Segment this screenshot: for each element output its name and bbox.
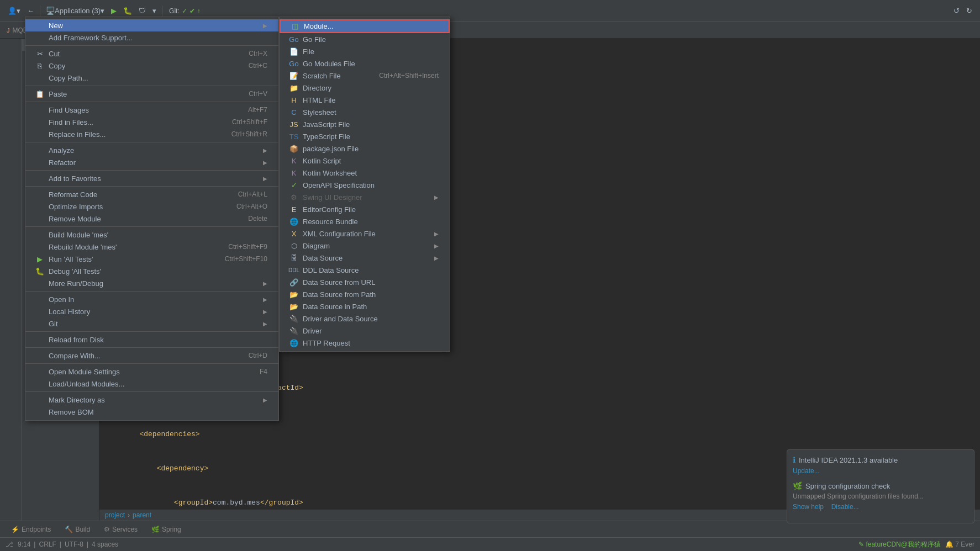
menu-remove-bom[interactable]: Remove BOM <box>25 406 278 418</box>
menu-find-usages[interactable]: Find Usages Alt+F7 <box>25 104 278 116</box>
menu-compare-label: Compare With... <box>49 352 238 360</box>
menu-find-files[interactable]: Find in Files... Ctrl+Shift+F <box>25 116 278 128</box>
profile-btn[interactable]: 👤▾ <box>4 5 24 17</box>
menu-item-openapi[interactable]: ✓ OpenAPI Specification <box>280 179 450 191</box>
menu-item-scratch[interactable]: 📝 Scratch File Ctrl+Alt+Shift+Insert <box>280 70 450 82</box>
notification-idea: ℹ IntelliJ IDEA 2021.1.3 available Updat… <box>793 455 968 475</box>
breadcrumb-project[interactable]: project <box>105 511 125 519</box>
menu-run-tests[interactable]: ▶ Run 'All Tests' Ctrl+Shift+F10 <box>25 253 278 265</box>
menu-analyze[interactable]: Analyze ▶ <box>25 144 278 156</box>
notification-showhelp-link[interactable]: Show help <box>793 503 824 511</box>
menu-optimize[interactable]: Optimize Imports Ctrl+Alt+O <box>25 200 278 213</box>
menu-mark-directory[interactable]: Mark Directory as ▶ <box>25 394 278 406</box>
menu-item-xmlconfig[interactable]: X XML Configuration File ▶ <box>280 227 450 240</box>
spring-notif-icon: 🌿 <box>793 481 802 490</box>
menu-item-file[interactable]: 📄 File <box>280 45 450 57</box>
notification-disable-link[interactable]: Disable... <box>831 503 859 511</box>
menu-item-datasource-path[interactable]: 📂 Data Source from Path <box>280 288 450 300</box>
menu-item-swing: ⚙ Swing UI Designer ▶ <box>280 191 450 203</box>
undo-btn[interactable]: ↺ <box>950 5 963 17</box>
menu-copy[interactable]: ⎘ Copy Ctrl+C <box>25 60 278 72</box>
menu-item-resourcebundle[interactable]: 🌐 Resource Bundle <box>280 215 450 227</box>
menu-paste[interactable]: 📋 Paste Ctrl+V <box>25 88 278 100</box>
menu-new-label: New <box>49 22 259 30</box>
notification-update-link[interactable]: Update... <box>793 467 820 475</box>
menu-item-datasource-inpath[interactable]: 📂 Data Source in Path <box>280 300 450 312</box>
menu-reformat[interactable]: Reformat Code Ctrl+Alt+L <box>25 188 278 200</box>
menu-mark-directory-label: Mark Directory as <box>49 396 259 404</box>
menu-item-stylesheet[interactable]: C Stylesheet <box>280 106 450 118</box>
menu-load-unload[interactable]: Load/Unload Modules... <box>25 378 278 390</box>
menu-add-framework[interactable]: Add Framework Support... <box>25 31 278 44</box>
context-menu-left: New ▶ Add Framework Support... ✂ Cut Ctr… <box>25 17 279 421</box>
menu-item-http[interactable]: 🌐 HTTP Request <box>280 337 450 349</box>
menu-reload[interactable]: Reload from Disk <box>25 333 278 346</box>
coverage-btn[interactable]: 🛡 <box>135 5 149 17</box>
menu-item-driver[interactable]: 🔌 Driver <box>280 325 450 337</box>
breadcrumb-parent[interactable]: parent <box>133 511 151 519</box>
redo-btn[interactable]: ↻ <box>963 5 976 17</box>
menu-local-history[interactable]: Local History ▶ <box>25 305 278 317</box>
menu-item-packagejson[interactable]: 📦 package.json File <box>280 142 450 155</box>
menu-item-gofile[interactable]: Go Go File <box>280 33 450 45</box>
menu-open-in[interactable]: Open In ▶ <box>25 293 278 305</box>
status-git-icon: ⎇ <box>6 541 13 548</box>
menu-copy-path[interactable]: Copy Path... <box>25 72 278 84</box>
run-config-btn[interactable]: 🖥️ Application (3) ▾ <box>43 5 108 17</box>
menu-debug-tests[interactable]: 🐛 Debug 'All Tests' <box>25 265 278 277</box>
menu-remove-module[interactable]: Remove Module Delete <box>25 213 278 225</box>
back-btn[interactable]: ← <box>24 5 38 17</box>
kotlin-script-icon: K <box>288 157 299 165</box>
menu-build-module-label: Build Module 'mes' <box>49 231 267 239</box>
run-btn[interactable]: ▶ <box>108 5 120 17</box>
menu-item-new[interactable]: New ▶ <box>25 19 278 31</box>
menu-gomodules-label: Go Modules File <box>303 60 439 68</box>
menu-item-ts[interactable]: TS TypeScript File <box>280 130 450 142</box>
menu-more-run[interactable]: More Run/Debug ▶ <box>25 277 278 289</box>
menu-rebuild-module[interactable]: Rebuild Module 'mes' Ctrl+Shift+F9 <box>25 241 278 253</box>
menu-item-datasource[interactable]: 🗄 Data Source ▶ <box>280 252 450 264</box>
menu-compare[interactable]: Compare With... Ctrl+D <box>25 349 278 362</box>
menu-scratch-shortcut: Ctrl+Alt+Shift+Insert <box>379 72 439 80</box>
menu-item-datasource-url[interactable]: 🔗 Data Source from URL <box>280 276 450 288</box>
context-menu-new: ◫ Module... Go Go File 📄 File Go Go Modu… <box>279 17 450 352</box>
menu-add-favorites[interactable]: Add to Favorites ▶ <box>25 172 278 184</box>
menu-refactor[interactable]: Refactor ▶ <box>25 156 278 168</box>
menu-module-settings[interactable]: Open Module Settings F4 <box>25 365 278 378</box>
menu-build-module[interactable]: Build Module 'mes' <box>25 229 278 241</box>
tab-endpoints[interactable]: ⚡ Endpoints <box>6 523 56 536</box>
js-icon: JS <box>288 120 299 129</box>
more-run-btn[interactable]: ▾ <box>149 5 160 17</box>
menu-add-framework-label: Add Framework Support... <box>49 34 267 42</box>
menu-item-js[interactable]: JS JavaScript File <box>280 118 450 130</box>
menu-item-html[interactable]: H HTML File <box>280 94 450 106</box>
menu-cut[interactable]: ✂ Cut Ctrl+X <box>25 47 278 60</box>
menu-find-files-label: Find in Files... <box>49 118 221 126</box>
menu-refactor-label: Refactor <box>49 158 259 167</box>
notification-spring-body: Unmapped Spring configuration files foun… <box>793 492 968 500</box>
menu-scratch-label: Scratch File <box>303 72 368 80</box>
menu-item-gomodules[interactable]: Go Go Modules File <box>280 57 450 70</box>
menu-item-ddl[interactable]: DDL DDL Data Source <box>280 264 450 276</box>
menu-optimize-label: Optimize Imports <box>49 203 225 211</box>
menu-git[interactable]: Git ▶ <box>25 317 278 330</box>
menu-item-driver-datasource[interactable]: 🔌 Driver and Data Source <box>280 312 450 325</box>
menu-more-run-arrow: ▶ <box>263 280 267 287</box>
tab-services[interactable]: ⚙ Services <box>98 523 143 536</box>
menu-item-kotlinscript[interactable]: K Kotlin Script <box>280 155 450 167</box>
tab-build[interactable]: 🔨 Build <box>59 523 96 536</box>
tab-spring-label: Spring <box>162 526 181 533</box>
menu-module-settings-label: Open Module Settings <box>49 368 249 376</box>
status-notifications: 🔔 7 Ever <box>945 541 974 548</box>
menu-rebuild-shortcut: Ctrl+Shift+F9 <box>228 243 267 251</box>
left-sidebar <box>0 39 22 521</box>
tab-spring[interactable]: 🌿 Spring <box>146 523 187 536</box>
menu-item-diagram[interactable]: ⬡ Diagram ▶ <box>280 240 450 252</box>
menu-item-directory[interactable]: 📁 Directory <box>280 82 450 94</box>
menu-item-kotlinworksheet[interactable]: K Kotlin Worksheet <box>280 167 450 179</box>
menu-item-editorconfig[interactable]: E EditorConfig File <box>280 203 450 215</box>
menu-replace-files[interactable]: Replace in Files... Ctrl+Shift+R <box>25 128 278 140</box>
status-right: ✎ featureCDN@我的程序猿 🔔 7 Ever <box>858 540 974 549</box>
menu-item-module[interactable]: ◫ Module... <box>280 19 450 33</box>
debug-btn[interactable]: 🐛 <box>120 5 135 17</box>
